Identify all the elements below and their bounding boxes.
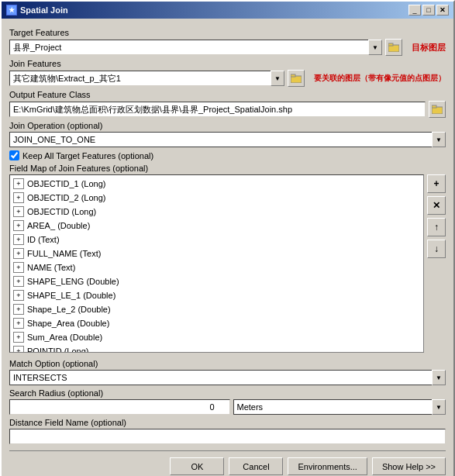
titlebar-buttons: _ □ ✕ [408,5,449,16]
field-map-side-buttons: + ✕ ↑ ↓ [427,174,446,258]
expand-icon[interactable]: + [13,234,24,245]
output-feature-class-row [9,101,446,118]
join-features-row: ▼ 要关联的图层（带有像元值的点图层） [9,70,446,87]
match-option-row: INTERSECTS CONTAINS WITHIN CLOSEST ▼ [9,370,446,385]
folder-icon [432,105,443,114]
move-up-button[interactable]: ↑ [427,218,446,236]
svg-rect-1 [388,43,393,46]
show-help-button[interactable]: Show Help >> [372,457,446,475]
target-features-input[interactable] [9,40,382,55]
list-item[interactable]: + Shape_Area (Double) [10,316,423,330]
svg-rect-5 [432,105,436,108]
keep-all-row: Keep All Target Features (optional) [9,150,446,160]
list-item[interactable]: + Sum_Area (Double) [10,330,423,344]
field-list: + OBJECTID_1 (Long) + OBJECTID_2 (Long) … [10,175,423,353]
output-feature-class-browse-button[interactable] [429,101,446,118]
expand-icon[interactable]: + [13,290,24,301]
target-features-browse-button[interactable] [385,39,402,56]
output-feature-class-label: Output Feature Class [9,90,446,99]
add-field-button[interactable]: + [427,174,446,193]
field-map-row: + OBJECTID_1 (Long) + OBJECTID_2 (Long) … [9,174,446,356]
distance-field-label: Distance Field Name (optional) [9,418,446,427]
distance-field-row [9,429,446,444]
folder-icon [291,74,302,83]
join-features-annotation: 要关联的图层（带有像元值的点图层） [314,73,446,84]
list-item[interactable]: + POINTID (Long) [10,344,423,353]
field-map-container[interactable]: + OBJECTID_1 (Long) + OBJECTID_2 (Long) … [9,174,424,353]
target-features-dropdown-wrapper: ▼ [9,40,382,55]
output-feature-class-input[interactable] [9,102,426,117]
cancel-button[interactable]: Cancel [229,457,283,475]
expand-icon[interactable]: + [13,178,24,189]
minimize-button[interactable]: _ [408,5,421,16]
join-operation-dropdown-wrapper: JOIN_ONE_TO_ONE JOIN_ONE_TO_MANY ▼ [9,132,446,147]
expand-icon[interactable]: + [13,276,24,287]
field-map-label: Field Map of Join Features (optional) [9,164,446,173]
search-radius-unit-wrapper: Meters Feet Kilometers Miles ▼ [233,399,446,415]
search-radius-label: Search Radius (optional) [9,388,446,398]
match-option-dropdown-wrapper: INTERSECTS CONTAINS WITHIN CLOSEST ▼ [9,370,446,385]
expand-icon[interactable]: + [13,304,24,315]
environments-button[interactable]: Environments... [288,457,367,475]
target-features-label: Target Features [9,28,446,37]
expand-icon[interactable]: + [13,332,24,343]
dialog-content: Target Features ▼ 目标图层 Join Features ▼ [2,19,453,476]
list-item[interactable]: + OBJECTID_1 (Long) [10,177,423,191]
join-features-browse-button[interactable] [288,70,305,87]
list-item[interactable]: + SHAPE_LE_1 (Double) [10,288,423,302]
list-item[interactable]: + OBJECTID (Long) [10,205,423,219]
expand-icon[interactable]: + [13,206,24,217]
close-button[interactable]: ✕ [436,5,449,16]
search-radius-row: Meters Feet Kilometers Miles ▼ [9,399,446,415]
move-down-button[interactable]: ↓ [427,240,446,258]
expand-icon[interactable]: + [13,220,24,231]
ok-button[interactable]: OK [170,457,224,475]
svg-rect-3 [291,74,295,77]
list-item[interactable]: + AREA_ (Double) [10,219,423,233]
list-item[interactable]: + FULL_NAME (Text) [10,247,423,260]
join-features-dropdown-arrow[interactable]: ▼ [271,71,284,86]
match-option-label: Match Option (optional) [9,359,446,368]
target-features-row: ▼ 目标图层 [9,39,446,56]
search-radius-unit-select[interactable]: Meters Feet Kilometers Miles [233,399,446,415]
expand-icon[interactable]: + [13,346,24,353]
list-item[interactable]: + Shape_Le_2 (Double) [10,302,423,316]
window-icon: ★ [6,5,17,16]
expand-icon[interactable]: + [13,262,24,273]
expand-icon[interactable]: + [13,318,24,329]
delete-field-button[interactable]: ✕ [427,196,446,215]
search-radius-unit-arrow[interactable]: ▼ [432,399,446,415]
join-operation-dropdown-arrow[interactable]: ▼ [432,132,446,147]
join-operation-select[interactable]: JOIN_ONE_TO_ONE JOIN_ONE_TO_MANY [9,132,446,147]
join-features-label: Join Features [9,59,446,68]
expand-icon[interactable]: + [13,248,24,259]
maximize-button[interactable]: □ [422,5,435,16]
spatial-join-dialog: ★ Spatial Join _ □ ✕ Target Features ▼ 目… [0,0,455,476]
folder-icon [388,43,399,52]
list-item[interactable]: + OBJECTID_2 (Long) [10,191,423,205]
search-radius-input[interactable] [9,399,230,415]
target-features-dropdown-arrow[interactable]: ▼ [368,40,382,55]
keep-all-label: Keep All Target Features (optional) [22,151,153,160]
join-operation-label: Join Operation (optional) [9,121,446,130]
match-option-select[interactable]: INTERSECTS CONTAINS WITHIN CLOSEST [9,370,446,385]
distance-field-input[interactable] [9,429,446,444]
titlebar: ★ Spatial Join _ □ ✕ [2,2,453,19]
join-operation-row: JOIN_ONE_TO_ONE JOIN_ONE_TO_MANY ▼ [9,132,446,147]
match-option-dropdown-arrow[interactable]: ▼ [432,370,446,385]
join-features-input[interactable] [9,71,284,86]
keep-all-checkbox[interactable] [9,150,19,160]
list-item[interactable]: + NAME (Text) [10,260,423,274]
target-features-annotation: 目标图层 [412,42,446,53]
titlebar-left: ★ Spatial Join [6,5,68,16]
list-item[interactable]: + SHAPE_LENG (Double) [10,274,423,288]
list-item[interactable]: + ID (Text) [10,233,423,247]
join-features-dropdown-wrapper: ▼ [9,71,284,86]
window-title: Spatial Join [20,5,68,15]
bottom-buttons: OK Cancel Environments... Show Help >> [9,450,446,475]
expand-icon[interactable]: + [13,192,24,203]
